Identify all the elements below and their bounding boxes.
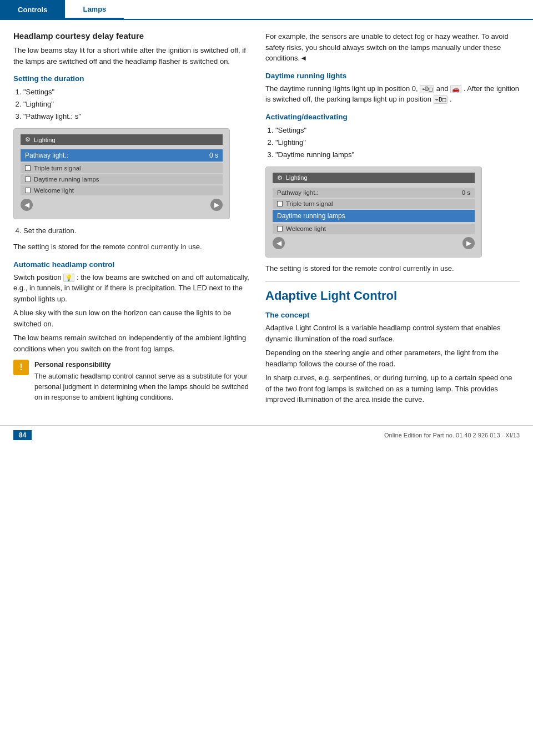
screen2-nav-right[interactable]: ▶ [462,237,475,249]
screen1-row-label-2: Welcome light [34,187,74,194]
section1-title: Headlamp courtesy delay feature [13,31,252,41]
screen2-nav: ◀ ▶ [273,237,475,249]
warning-title: Personal responsibility [34,360,252,370]
adaptive-body1: Adaptive Light Control is a variable hea… [265,322,520,344]
screen2-checkbox-2 [277,226,283,231]
section2-title: Setting the duration [13,74,252,83]
symbol-d1: ⌁D□ [420,85,434,93]
screen1-checkbox-0 [25,165,31,171]
section1-body: The low beams stay lit for a short while… [13,45,252,67]
step-1: "Settings" [23,86,252,98]
screen1-row-active-label: Pathway light.: [25,152,68,159]
screen1-row-2: Welcome light [21,185,223,195]
screen1-gear-icon: ⚙ [25,136,31,143]
screen2-row-label-0: Triple turn signal [286,200,333,207]
step-4: Set the duration. [23,225,252,237]
screen2-pathway-label: Pathway light.: [277,189,319,196]
symbol1: 💡 [63,274,74,282]
warning-box: ! Personal responsibility The automatic … [13,360,252,402]
screen2-gear-icon: ⚙ [277,174,283,182]
screen2-checkbox-0 [277,201,283,206]
adaptive-title: Adaptive Light Control [265,281,520,303]
daytime-title: Daytime running lights [265,72,520,80]
section3-body2: A blue sky with the sun low on the horiz… [13,308,252,329]
section3-body1: Switch position 💡 : the low beams are sw… [13,272,252,305]
screenshot-1: ⚙ Lighting Pathway light.: 0 s Triple tu… [13,128,230,219]
screen1-titlebar: ⚙ Lighting [21,134,223,145]
step-2: "Lighting" [23,98,252,110]
screen2-titlebar: ⚙ Lighting [273,173,475,183]
screen2-nav-left[interactable]: ◀ [273,237,285,249]
right-step-body: The setting is stored for the remote con… [265,263,520,274]
section3-body3: The low beams remain switched on indepen… [13,332,252,354]
screen1-row-label-1: Daytime running lamps [34,176,99,183]
tab-lamps[interactable]: Lamps [65,0,124,19]
screen1-nav: ◀ ▶ [21,199,223,211]
warning-text: Personal responsibility The automatic he… [34,360,252,402]
screen2-row-label-2: Welcome light [286,225,326,232]
screen1-row-label-0: Triple turn signal [34,165,81,172]
steps-list-2: "Settings" "Lighting" "Daytime running l… [275,124,520,161]
step-r2: "Lighting" [275,137,520,149]
warning-icon: ! [13,360,29,375]
screen2-pathway-row: Pathway light.: 0 s [273,188,475,198]
screen2-title: Lighting [286,174,308,181]
step4-body: The setting is stored for the remote con… [13,241,252,253]
screenshot-2-inner: ⚙ Lighting Pathway light.: 0 s Triple tu… [266,167,481,257]
screen1-row-active-value: 0 s [209,152,218,159]
right-body1: For example, the sensors are unable to d… [265,31,520,64]
screen1-active-row: Pathway light.: 0 s [21,149,223,162]
page-footer: 84 Online Edition for Part no. 01 40 2 9… [0,425,533,445]
screen1-title: Lighting [34,137,56,143]
screen2-row-0: Triple turn signal [273,199,475,209]
page-number: 84 [13,430,32,440]
daytime-body: The daytime running lights light up in p… [265,83,520,105]
page-header: Controls Lamps [0,0,533,20]
symbol-d2: 🚗 [450,85,461,93]
screenshot-1-inner: ⚙ Lighting Pathway light.: 0 s Triple tu… [14,129,229,219]
screen2-row-active-label: Daytime running lamps [277,212,345,220]
step-r3: "Daytime running lamps" [275,149,520,161]
screen1-row-0: Triple turn signal [21,163,223,173]
tab-controls[interactable]: Controls [0,0,65,19]
screen1-checkbox-1 [25,177,31,182]
activating-title: Activating/deactivating [265,113,520,121]
section3-title: Automatic headlamp control [13,260,252,269]
edition-text: Online Edition for Part no. 01 40 2 926 … [384,432,520,439]
screen1-nav-right[interactable]: ▶ [210,199,223,211]
main-content: Headlamp courtesy delay feature The low … [0,20,533,420]
left-column: Headlamp courtesy delay feature The low … [13,31,252,409]
screen1-row-1: Daytime running lamps [21,174,223,184]
adaptive-subtitle: The concept [265,311,520,319]
step-r1: "Settings" [275,124,520,137]
steps-list-1b: Set the duration. [23,225,252,237]
warning-body: The automatic headlamp control cannot se… [34,371,252,402]
steps-list-1: "Settings" "Lighting" "Pathway light.: s… [23,86,252,123]
screen2-pathway-value: 0 s [462,189,470,196]
adaptive-body2: Depending on the steering angle and othe… [265,347,520,369]
symbol-d3: ⌁D□ [434,95,448,104]
screen2-active-row: Daytime running lamps [273,210,475,222]
screen2-row-2: Welcome light [273,224,475,234]
screen1-nav-left[interactable]: ◀ [21,199,33,211]
right-column: For example, the sensors are unable to d… [265,31,520,409]
screen1-checkbox-2 [25,188,31,193]
screenshot-2: ⚙ Lighting Pathway light.: 0 s Triple tu… [265,167,482,258]
adaptive-body3: In sharp curves, e.g. serpentines, or du… [265,372,520,405]
step-3: "Pathway light.: s" [23,110,252,123]
